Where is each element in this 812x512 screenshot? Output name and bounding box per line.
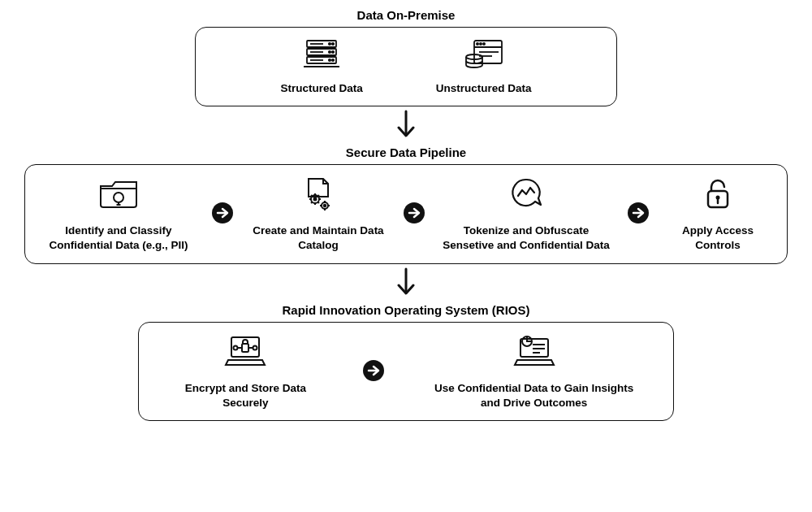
svg-point-6: [329, 43, 330, 45]
laptop-lock-chain-icon: [222, 334, 269, 373]
cell-label: Identify and Classify Confidential Data …: [41, 223, 196, 253]
svg-point-16: [480, 43, 482, 45]
svg-point-55: [253, 345, 257, 349]
browser-coins-icon: [463, 39, 505, 73]
cell-data-catalog: Create and Maintain Data Catalog: [249, 176, 387, 253]
folder-lightbulb-icon: [97, 176, 140, 215]
svg-point-15: [477, 43, 478, 45]
svg-line-35: [318, 202, 320, 204]
svg-rect-53: [242, 344, 248, 352]
svg-point-54: [234, 345, 238, 349]
cell-label: Unstructured Data: [436, 81, 532, 96]
diagram-root: Data On-Premise: [0, 0, 812, 421]
arrow-down-icon: [395, 267, 417, 302]
arrow-down-icon: [395, 110, 417, 144]
svg-point-9: [332, 51, 334, 53]
svg-point-23: [114, 193, 123, 202]
unlock-icon: [702, 176, 734, 215]
svg-point-8: [329, 51, 330, 53]
chat-chart-icon: [508, 176, 544, 215]
cell-encrypt-store: Encrypt and Store Data Securely: [172, 334, 318, 410]
section-title-pipeline: Secure Data Pipeline: [346, 145, 466, 159]
cell-access-controls: Apply Access Controls: [665, 176, 771, 253]
svg-point-7: [332, 43, 334, 45]
cell-label: Encrypt and Store Data Securely: [172, 381, 318, 410]
arrow-right-circle-icon: [210, 201, 235, 228]
panel-pipeline: Identify and Classify Confidential Data …: [24, 164, 788, 263]
cell-identify-classify: Identify and Classify Confidential Data …: [41, 176, 196, 253]
arrow-right-circle-icon: [361, 358, 386, 386]
cell-label: Apply Access Controls: [665, 223, 771, 253]
arrow-right-circle-icon: [626, 201, 650, 228]
svg-point-39: [324, 205, 326, 206]
cell-structured-data: Structured Data: [280, 39, 362, 96]
section-title-onpremise: Data On-Premise: [357, 8, 456, 22]
cell-label: Structured Data: [280, 81, 362, 96]
svg-line-36: [311, 202, 313, 204]
section-title-rios: Rapid Innovation Operating System (RIOS): [282, 303, 529, 317]
cell-tokenize-obfuscate: Tokenize and Obfuscate Sensetive and Con…: [441, 176, 611, 253]
cell-label: Create and Maintain Data Catalog: [249, 223, 387, 253]
server-stack-icon: [302, 39, 341, 73]
svg-point-29: [314, 198, 317, 201]
cell-insights-outcomes: Use Confidential Data to Gain Insights a…: [429, 334, 640, 410]
panel-onpremise: Structured Data: [195, 27, 617, 106]
svg-point-17: [483, 43, 485, 45]
svg-line-34: [311, 195, 313, 197]
panel-rios: Encrypt and Store Data Securely: [138, 322, 674, 421]
file-gears-icon: [299, 176, 338, 215]
cell-label: Tokenize and Obfuscate Sensetive and Con…: [441, 223, 611, 253]
cell-label: Use Confidential Data to Gain Insights a…: [429, 381, 640, 410]
svg-point-10: [329, 59, 330, 61]
laptop-analytics-icon: [511, 334, 558, 373]
svg-point-11: [332, 59, 334, 61]
cell-unstructured-data: Unstructured Data: [436, 39, 532, 96]
svg-line-37: [318, 195, 320, 197]
arrow-right-circle-icon: [402, 201, 426, 228]
